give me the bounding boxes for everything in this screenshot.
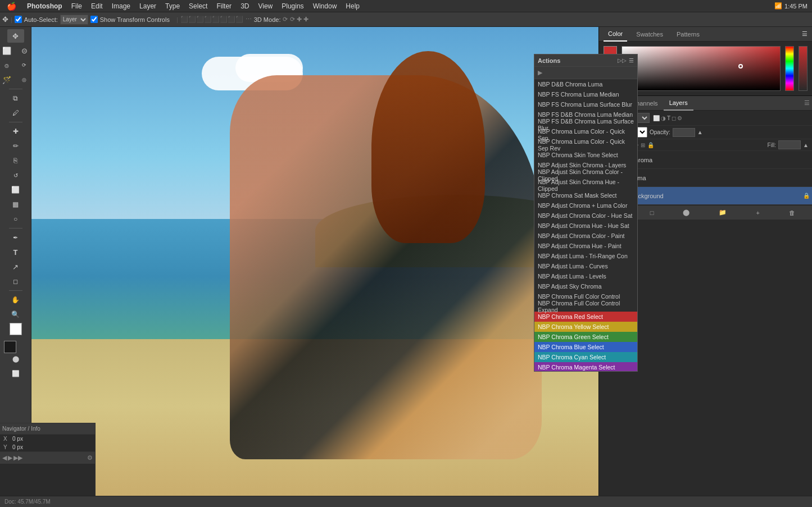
opacity-input[interactable]: 100%	[673, 128, 695, 137]
filter-smart-icon[interactable]: ⚙	[677, 115, 682, 121]
menu-layer[interactable]: Layer	[135, 0, 161, 12]
move-tool[interactable]: ✥	[7, 29, 24, 43]
marquee-tool[interactable]: ⬜	[0, 44, 15, 57]
action-item[interactable]: NBP Chroma Luma Color - Quick Sep Rev	[534, 140, 637, 150]
tab-patterns[interactable]: Patterns	[672, 27, 704, 42]
action-item[interactable]: NBP FS Chroma Luma Median	[534, 89, 637, 99]
color-hue-slider[interactable]	[785, 46, 794, 91]
shape-tool[interactable]: ◻	[7, 275, 24, 288]
action-item[interactable]: NBP Chroma Green Select	[534, 332, 637, 342]
menu-filter[interactable]: Filter	[212, 0, 236, 12]
menu-file[interactable]: File	[67, 0, 87, 12]
action-item[interactable]: NBP Adjust Luma - Curves	[534, 261, 637, 271]
action-item[interactable]: NBP Adjust Sky Chroma	[534, 281, 637, 291]
quick-select-tool-2[interactable]: ◎	[16, 73, 31, 86]
actions-header-icons[interactable]: ▷▷ ☰	[618, 57, 634, 63]
quick-mask-toggle[interactable]: ⬤	[7, 352, 24, 366]
gradient-tool[interactable]: ▦	[7, 198, 24, 211]
type-tool[interactable]: T	[7, 245, 24, 259]
history-brush-tool[interactable]: ↺	[7, 168, 24, 182]
action-item[interactable]: NBP Chroma Cyan Select	[534, 352, 637, 362]
tab-swatches[interactable]: Swatches	[632, 27, 668, 42]
layer-group-button[interactable]: 📁	[716, 209, 729, 216]
action-item[interactable]: NBP FS Chroma Luma Surface Blur	[534, 99, 637, 109]
bottom-settings-icon[interactable]: ⚙	[87, 454, 93, 462]
bottom-play-icon[interactable]: ▶	[8, 454, 12, 462]
menu-image[interactable]: Image	[107, 0, 135, 12]
background-color-swatch[interactable]	[10, 323, 22, 335]
more-options-icon[interactable]: ⋯	[246, 16, 252, 23]
lock-artboard-icon[interactable]: ⊞	[641, 142, 645, 148]
filter-pixel-icon[interactable]: ⬜	[653, 115, 660, 121]
move-tool-icon[interactable]: ✥	[2, 15, 8, 24]
tab-layers[interactable]: Layers	[664, 96, 693, 111]
action-item[interactable]: NBP Adjust Chroma + Luma Color	[534, 200, 637, 211]
action-item[interactable]: NBP Adjust Chroma Color - Paint	[534, 231, 637, 241]
lasso-tool[interactable]: ⌾	[0, 58, 15, 72]
action-item[interactable]: NBP Adjust Luma - Tri-Range Con	[534, 251, 637, 261]
filter-adj-icon[interactable]: ◑	[661, 115, 666, 121]
foreground-color-swatch[interactable]	[4, 341, 16, 353]
layers-panel-menu[interactable]: ☰	[802, 99, 812, 107]
tab-color[interactable]: Color	[604, 27, 627, 42]
quick-select-tool[interactable]: 🪄	[0, 73, 15, 86]
canvas-area[interactable]	[31, 27, 598, 507]
app-name[interactable]: Photoshop	[22, 0, 67, 12]
hand-tool[interactable]: ✋	[7, 293, 24, 307]
actions-play-icon[interactable]: ▶	[538, 69, 542, 76]
eyedropper-tool[interactable]: 🖊	[7, 106, 24, 120]
action-item[interactable]: NBP Adjust Chroma Color - Hue Sat	[534, 211, 637, 221]
filter-type-icon[interactable]: T	[667, 115, 670, 121]
filter-shape-icon[interactable]: ◻	[672, 115, 676, 121]
color-gradient-picker[interactable]	[622, 46, 781, 91]
lasso-tool-2[interactable]: ⟳	[16, 58, 31, 72]
layer-delete-button[interactable]: 🗑	[787, 209, 797, 216]
zoom-tool[interactable]: 🔍	[7, 308, 24, 321]
menu-help[interactable]: Help	[341, 0, 364, 12]
layer-mask-button[interactable]: □	[648, 209, 656, 216]
opacity-stepper[interactable]: ▲	[697, 129, 703, 135]
menu-view[interactable]: View	[253, 0, 277, 12]
action-item[interactable]: NBP Chroma Full Color Control Expand	[534, 302, 637, 312]
action-item[interactable]: NBP Chroma Yellow Select	[534, 322, 637, 332]
menu-edit[interactable]: Edit	[87, 0, 107, 12]
layer-adjustment-button[interactable]: ⬤	[681, 209, 692, 216]
path-select-tool[interactable]: ↗	[7, 260, 24, 273]
lock-all-icon[interactable]: 🔒	[647, 142, 654, 148]
action-item[interactable]: NBP Chroma Blue Select	[534, 342, 637, 352]
actions-menu-icon[interactable]: ☰	[629, 57, 634, 63]
bottom-next-icon[interactable]: ▶▶	[13, 454, 22, 462]
system-tray: 📶 1:45 PM	[774, 2, 812, 10]
brush-tool[interactable]: ✏	[7, 139, 24, 153]
crop-tool[interactable]: ⧉	[7, 92, 24, 105]
menu-3d[interactable]: 3D	[236, 0, 253, 12]
action-item[interactable]: NBP Adjust Skin Chroma Hue - Clipped	[534, 180, 637, 190]
fill-stepper[interactable]: ▲	[803, 142, 809, 148]
menu-type[interactable]: Type	[161, 0, 184, 12]
auto-select-checkbox[interactable]	[15, 16, 22, 23]
action-item[interactable]: NBP Adjust Chroma Hue - Hue Sat	[534, 221, 637, 231]
action-item[interactable]: NBP Adjust Luma - Levels	[534, 271, 637, 281]
auto-select-dropdown[interactable]: Layer Group	[60, 15, 88, 25]
action-item[interactable]: NBP D&B Chroma Luma	[534, 79, 637, 89]
color-panel-close[interactable]: ☰	[802, 30, 808, 38]
menu-window[interactable]: Window	[309, 0, 342, 12]
pen-tool[interactable]: ✒	[7, 231, 24, 244]
marquee-tool-2[interactable]: ⊝	[16, 44, 31, 57]
menu-plugins[interactable]: Plugins	[277, 0, 308, 12]
color-opacity-slider[interactable]	[799, 46, 808, 91]
screen-mode[interactable]: ⬜	[7, 367, 24, 380]
eraser-tool[interactable]: ⬜	[7, 183, 24, 197]
menu-select[interactable]: Select	[184, 0, 212, 12]
fill-input[interactable]: 100%	[778, 140, 801, 149]
bottom-prev-icon[interactable]: ◀	[2, 454, 7, 462]
action-item[interactable]: NBP Chroma Magenta Select	[534, 362, 637, 371]
clone-stamp-tool[interactable]: ⎘	[7, 154, 24, 167]
layer-new-button[interactable]: +	[754, 209, 761, 216]
actions-expand-icon[interactable]: ▷▷	[618, 57, 627, 63]
show-transform-checkbox[interactable]	[90, 16, 98, 23]
spot-heal-tool[interactable]: ✚	[7, 125, 24, 138]
action-item[interactable]: NBP Adjust Chroma Hue - Paint	[534, 241, 637, 251]
apple-menu[interactable]: 🍎	[0, 2, 22, 11]
dodge-tool[interactable]: ○	[7, 212, 24, 226]
